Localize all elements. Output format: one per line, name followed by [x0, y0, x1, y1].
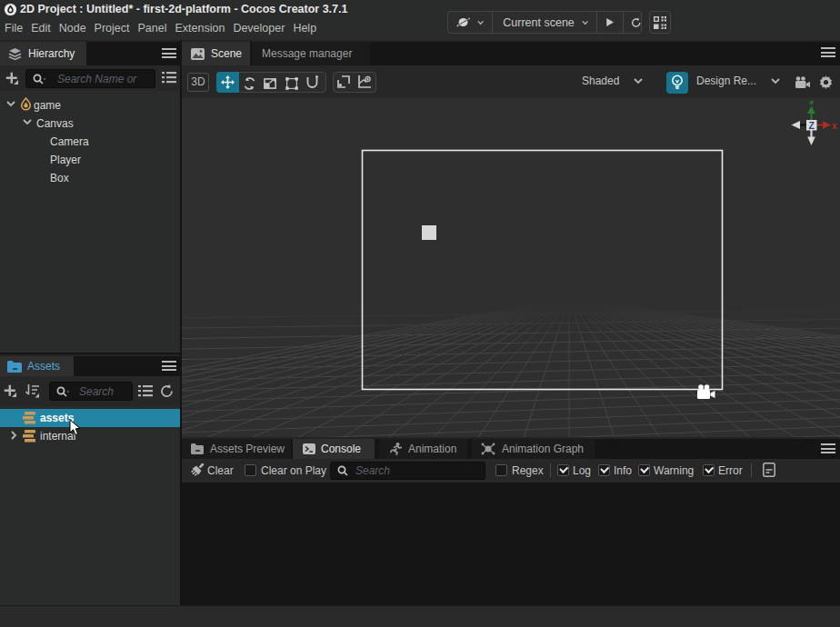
svg-text:Z: Z	[808, 120, 815, 131]
svg-text:x: x	[832, 121, 837, 131]
